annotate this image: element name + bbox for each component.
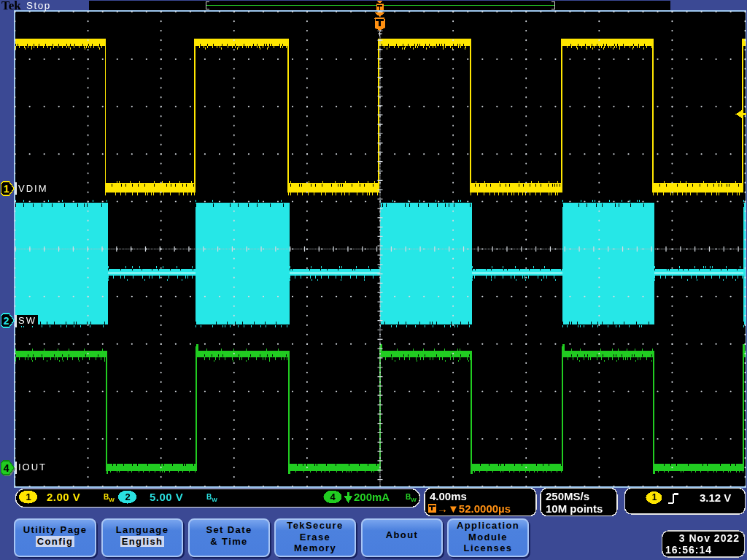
svg-text:2: 2 — [4, 315, 9, 327]
svg-text:4: 4 — [4, 462, 9, 474]
svg-text:1: 1 — [4, 183, 9, 195]
